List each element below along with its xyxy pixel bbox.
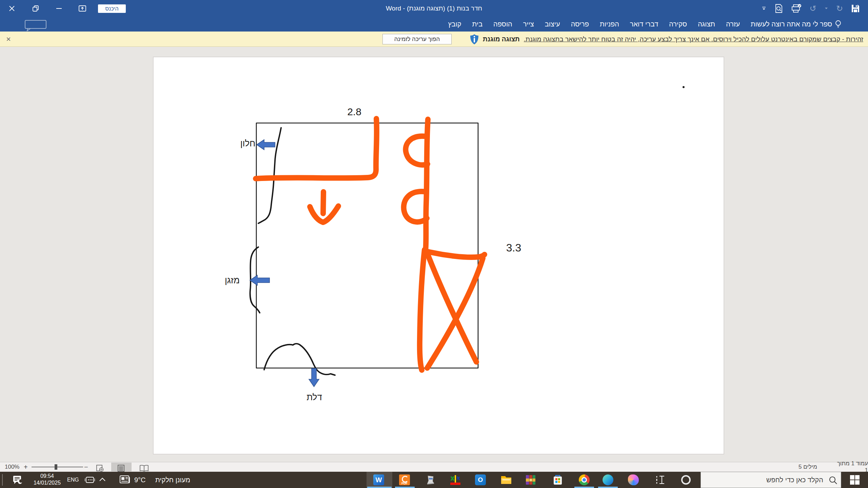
status-bar: 100% + − 5 מילים עמוד 1 מתוך 1 [0, 462, 868, 472]
zoom-out-button[interactable]: − [84, 462, 88, 472]
ribbon-display-options-icon [78, 5, 86, 12]
taskbar-search-box[interactable]: הקלד כאן כדי לחפש [701, 472, 841, 488]
ribbon-tab-row: קובץ בית הוספה צייר עיצוב פריסה הפניות ד… [0, 17, 868, 32]
taskbar: 09:54 14/01/2025 ENG 9°C מעונן חלקית [0, 472, 868, 488]
ribbon-display-options-button[interactable] [74, 0, 91, 17]
save-icon[interactable] [851, 4, 860, 13]
protected-view-close-button[interactable]: ✕ [4, 35, 13, 44]
tray-date: 14/01/2025 [32, 480, 63, 486]
document-area[interactable]: 2.8 3.3 חלון מזגן דלת [0, 47, 868, 462]
chrome-active-underline [574, 487, 594, 488]
taskbar-paint-sign-app-icon[interactable] [450, 474, 461, 486]
minimize-window-button[interactable] [51, 0, 67, 17]
comments-icon[interactable] [24, 20, 47, 31]
weather-temp: 9°C [134, 472, 146, 488]
taskbar-outlook-icon[interactable]: O [475, 474, 486, 486]
tell-me-label: ספר לי מה אתה רוצה לעשות [751, 20, 832, 28]
zoom-slider-track[interactable] [32, 467, 83, 467]
start-button[interactable] [841, 472, 868, 488]
restore-icon [32, 5, 39, 12]
quick-access-toolbar: ↺ ↻ [762, 0, 860, 17]
tab-home[interactable]: בית [467, 20, 488, 28]
taskbar-foxit-pdf-icon[interactable]: PDF [399, 474, 410, 486]
door-label: דלת [307, 392, 322, 402]
tray-time: 09:54 [32, 473, 63, 480]
taskbar-copilot-icon[interactable] [628, 474, 639, 486]
show-desktop-divider[interactable] [2, 474, 3, 486]
window-label: חלון [240, 138, 255, 148]
action-center-icon[interactable] [12, 475, 23, 485]
protected-view-title: תצוגה מוגנת [483, 36, 520, 43]
title-bar: היכנס חדר בנות (1) (תצוגה מוגנת) - Word … [0, 0, 868, 17]
tab-view[interactable]: תצוגה [692, 20, 721, 28]
protected-view-message: תצוגה מוגנת זהירות - קבצים שמקורם באינטר… [470, 32, 863, 47]
taskbar-chrome-icon[interactable] [578, 474, 590, 486]
enable-editing-button[interactable]: הפוך עריכה לזמינה [382, 34, 452, 44]
minimize-icon [56, 8, 62, 9]
taskbar-word-icon[interactable]: W [373, 474, 384, 486]
foxit-active-underline [395, 487, 415, 488]
search-placeholder: הקלד כאן כדי לחפש [766, 472, 823, 488]
touch-keyboard-icon[interactable] [85, 476, 95, 483]
tell-me-box[interactable]: ספר לי מה אתה רוצה לעשות [745, 20, 847, 29]
shield-info-icon [470, 34, 479, 45]
tab-file[interactable]: קובץ [442, 20, 467, 28]
tab-mailings[interactable]: דברי דואר [625, 20, 664, 28]
weather-condition: מעונן חלקית [155, 472, 190, 488]
redo-icon[interactable]: ↻ [836, 4, 843, 13]
zoom-level[interactable]: 100% [5, 462, 19, 472]
news-icon [119, 475, 130, 484]
edge-active-underline [598, 487, 618, 488]
undo-dropdown-icon[interactable] [825, 7, 828, 10]
ribbon-tabs: קובץ בית הוספה צייר עיצוב פריסה הפניות ד… [442, 17, 847, 32]
document-canvas: 2.8 3.3 חלון מזגן דלת [0, 47, 868, 462]
word-active-underline [367, 487, 392, 488]
word-window: היכנס חדר בנות (1) (תצוגה מוגנת) - Word … [0, 0, 868, 488]
stray-dot [683, 86, 685, 88]
clock[interactable]: 09:54 14/01/2025 [32, 473, 63, 486]
hidden-icons-chevron[interactable] [99, 477, 106, 482]
taskbar-widgets-app-icon[interactable] [655, 474, 666, 486]
search-icon [828, 475, 838, 485]
window-title: חדר בנות (1) (תצוגה מוגנת) - Word [0, 0, 868, 17]
quick-print-icon[interactable] [791, 4, 802, 13]
sign-in-button[interactable]: היכנס [98, 4, 126, 13]
orange-arrow-shaft [323, 192, 323, 214]
lightbulb-icon [835, 20, 842, 29]
taskbar-winrar-icon[interactable] [525, 474, 536, 486]
ac-label: מזגן [225, 275, 240, 285]
zoom-slider-thumb[interactable] [55, 464, 57, 470]
word-count[interactable]: 5 מילים [798, 462, 817, 472]
language-indicator[interactable]: ENG [67, 472, 79, 488]
taskbar-microsoft-store-icon[interactable] [552, 474, 564, 486]
customize-toolbar-icon[interactable] [762, 6, 766, 11]
restore-window-button[interactable] [27, 0, 44, 17]
close-window-button[interactable] [3, 0, 20, 17]
taskbar-cortana-icon[interactable] [680, 474, 692, 486]
undo-icon[interactable]: ↺ [810, 4, 816, 13]
page-indicator[interactable]: עמוד 1 מתוך 1 [837, 462, 868, 472]
zoom-in-button[interactable]: + [24, 462, 28, 472]
tab-references[interactable]: הפניות [594, 20, 625, 28]
dimension-right-label: 3.3 [506, 242, 521, 254]
tab-draw[interactable]: צייר [518, 20, 539, 28]
tab-layout[interactable]: פריסה [566, 20, 594, 28]
windows-logo-icon [850, 475, 860, 485]
print-preview-icon[interactable] [774, 4, 783, 13]
protected-view-bar: ✕ הפוך עריכה לזמינה תצוגה מוגנת זהירות -… [0, 32, 868, 47]
tab-help[interactable]: עזרה [721, 20, 745, 28]
tab-design[interactable]: עיצוב [539, 20, 566, 28]
taskbar-file-explorer-icon[interactable] [500, 474, 512, 486]
tab-insert[interactable]: הוספה [488, 20, 518, 28]
dimension-top-label: 2.8 [347, 106, 361, 117]
taskbar-fax-app-icon[interactable] [425, 474, 436, 486]
tab-review[interactable]: סקירה [664, 20, 692, 28]
close-icon [8, 5, 15, 12]
taskbar-edge-icon[interactable] [602, 474, 614, 486]
protected-view-warning-text: זהירות - קבצים שמקורם באינטרנט עלולים לה… [524, 36, 863, 43]
